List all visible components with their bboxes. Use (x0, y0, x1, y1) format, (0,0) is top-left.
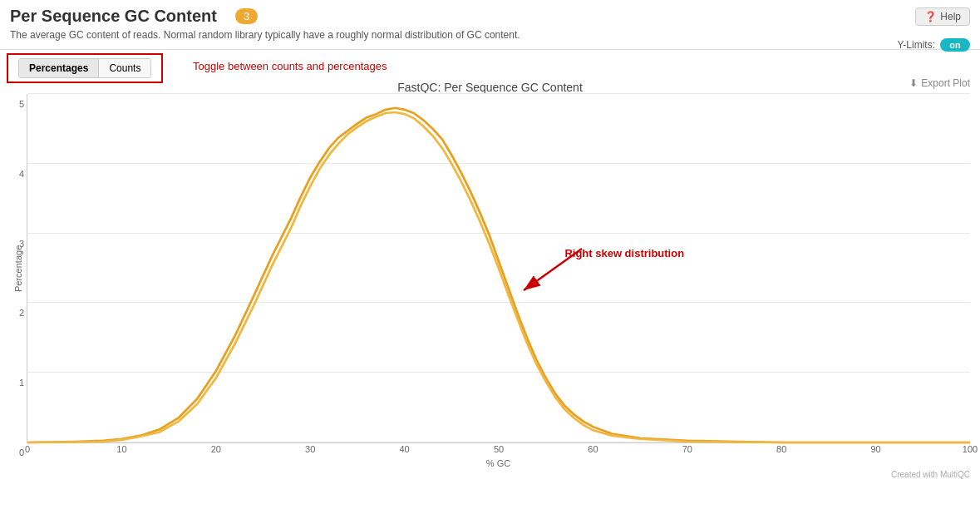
svg-line-1 (524, 249, 582, 290)
ylimits-label: Y-Limits: (897, 39, 935, 51)
x-axis-label: % GC (27, 458, 970, 468)
x-tick-60: 60 (588, 442, 598, 454)
y-tick-5: 5 (19, 99, 27, 109)
y-tick-4: 4 (19, 169, 27, 179)
export-button[interactable]: ⬇ Export Plot (909, 77, 970, 89)
y-tick-3: 3 (19, 239, 27, 249)
help-icon: ❓ (924, 11, 937, 22)
chart-container: Percentage 5 4 3 2 1 0 0 (10, 94, 970, 443)
counts-button[interactable]: Counts (99, 59, 150, 77)
page-title: Per Sequence GC Content (10, 7, 217, 26)
x-tick-40: 40 (399, 442, 409, 454)
export-icon: ⬇ (909, 77, 918, 89)
chart-title: FastQC: Per Sequence GC Content (397, 81, 583, 94)
x-tick-100: 100 (963, 442, 978, 454)
status-badge: 3 (235, 8, 258, 24)
x-tick-10: 10 (116, 442, 126, 454)
subtitle-text: The average GC content of reads. Normal … (10, 29, 970, 41)
y-axis-label: Percentage (10, 94, 27, 443)
y-tick-2: 2 (19, 308, 27, 318)
credit: Created with MultiQC (10, 470, 970, 479)
ylimits-container: Y-Limits: on (897, 38, 970, 52)
ylimits-toggle[interactable]: on (940, 38, 970, 52)
annotation-arrow (499, 240, 598, 307)
chart-area: FastQC: Per Sequence GC Content ⬇ Export… (10, 76, 970, 467)
chart-inner: 5 4 3 2 1 0 0 10 20 30 40 50 60 (27, 94, 970, 443)
toggle-hint-container: Toggle between counts and percentages (183, 60, 980, 72)
x-tick-90: 90 (870, 442, 880, 454)
x-tick-20: 20 (211, 442, 221, 454)
toggle-hint: Toggle between counts and percentages (193, 60, 387, 72)
x-tick-80: 80 (776, 442, 786, 454)
x-tick-70: 70 (682, 442, 692, 454)
help-button[interactable]: ❓ Help (915, 7, 970, 26)
header: Per Sequence GC Content 3 ❓ Help The ave… (0, 0, 980, 50)
x-tick-0: 0 (25, 442, 30, 454)
percentages-button[interactable]: Percentages (19, 59, 99, 77)
x-tick-30: 30 (305, 442, 315, 454)
y-tick-1: 1 (19, 378, 27, 388)
x-tick-50: 50 (494, 442, 504, 454)
